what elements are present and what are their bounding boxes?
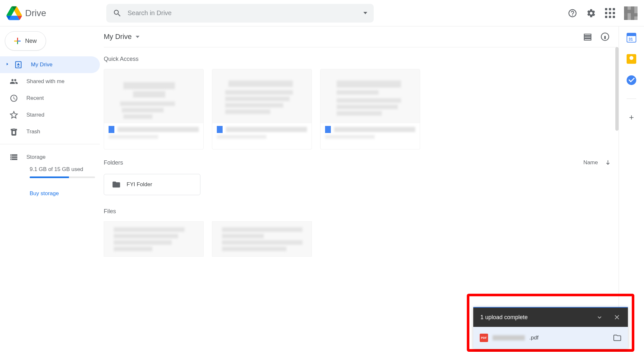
- uploaded-filename-redacted: [493, 335, 525, 340]
- nav-my-drive[interactable]: My Drive: [0, 56, 100, 73]
- nav-label: Starred: [26, 112, 44, 118]
- upload-toast: 1 upload complete PDF .pdf: [473, 307, 628, 349]
- search-icon: [113, 9, 122, 18]
- nav-shared-with-me[interactable]: Shared with me: [0, 73, 100, 90]
- help-icon[interactable]: [568, 8, 577, 18]
- storage-icon: [10, 153, 18, 161]
- new-button-label: New: [25, 38, 37, 44]
- upload-toast-header: 1 upload complete: [473, 308, 628, 327]
- add-addon-button[interactable]: +: [629, 112, 634, 122]
- folders-title: Folders: [104, 159, 123, 166]
- quick-access-card[interactable]: [212, 69, 312, 149]
- storage-progress-bar: [30, 176, 95, 178]
- nav-label: Shared with me: [26, 78, 64, 85]
- file-card[interactable]: [212, 221, 312, 257]
- nav-label: Recent: [26, 95, 44, 101]
- docs-icon: [325, 126, 331, 133]
- pdf-icon: PDF: [480, 334, 488, 342]
- breadcrumb-my-drive[interactable]: My Drive: [104, 33, 139, 41]
- files-title: Files: [104, 208, 611, 215]
- nav-starred[interactable]: Starred: [0, 107, 100, 123]
- buy-storage-link[interactable]: Buy storage: [0, 190, 100, 197]
- google-apps-icon[interactable]: [605, 8, 615, 18]
- app-name: Drive: [25, 8, 46, 18]
- nav-trash[interactable]: Trash: [0, 123, 100, 140]
- upload-status-text: 1 upload complete: [480, 314, 528, 321]
- file-extension: .pdf: [529, 335, 538, 341]
- people-icon: [10, 77, 18, 86]
- storage-used-text: 9.1 GB of 15 GB used: [0, 166, 100, 173]
- logo-area[interactable]: Drive: [6, 6, 106, 20]
- search-bar[interactable]: [106, 4, 374, 23]
- nav-list: My Drive Shared with me Recent Starred T…: [0, 56, 100, 140]
- search-options-dropdown-icon[interactable]: [363, 12, 367, 14]
- main-header: My Drive: [100, 26, 619, 47]
- settings-gear-icon[interactable]: [586, 8, 596, 18]
- new-button[interactable]: New: [5, 31, 46, 51]
- folders-header: Folders Name: [104, 159, 611, 166]
- quick-access-card[interactable]: [320, 69, 420, 149]
- folder-icon: [112, 180, 121, 189]
- folder-name: FYI Folder: [127, 181, 152, 188]
- storage-label: Storage: [26, 154, 46, 160]
- sort-by-name[interactable]: Name: [583, 159, 611, 166]
- quick-access-row: [104, 69, 611, 149]
- content-scroll[interactable]: Quick Access: [100, 47, 619, 352]
- plus-icon: [14, 38, 21, 44]
- star-icon: [10, 111, 18, 119]
- app-header: Drive: [0, 0, 644, 26]
- quick-access-title: Quick Access: [104, 56, 611, 62]
- info-icon[interactable]: [601, 32, 610, 41]
- quick-access-card[interactable]: [104, 69, 204, 149]
- folder-item[interactable]: FYI Folder: [104, 174, 200, 195]
- tasks-app-icon[interactable]: [627, 75, 636, 85]
- clock-icon: [10, 94, 18, 102]
- trash-icon: [10, 128, 18, 136]
- breadcrumb-label: My Drive: [104, 33, 132, 41]
- locate-folder-icon[interactable]: [613, 334, 621, 342]
- divider: [627, 99, 636, 99]
- nav-recent[interactable]: Recent: [0, 90, 100, 107]
- scrollbar-thumb[interactable]: [615, 47, 619, 131]
- nav-label: Trash: [26, 128, 40, 135]
- sort-label: Name: [583, 159, 598, 166]
- search-input[interactable]: [128, 9, 363, 17]
- storage-section: Storage 9.1 GB of 15 GB used Buy storage: [0, 144, 100, 197]
- main-content: My Drive Quick Access: [100, 26, 619, 352]
- file-card[interactable]: [104, 221, 204, 257]
- minimize-chevron-icon[interactable]: [596, 313, 603, 321]
- drive-icon: [14, 61, 23, 69]
- arrow-down-icon: [604, 159, 611, 166]
- sidebar: New My Drive Shared with me Recent Starr…: [0, 26, 100, 352]
- account-avatar[interactable]: [624, 6, 638, 20]
- list-view-icon[interactable]: [583, 32, 592, 41]
- close-icon[interactable]: [613, 313, 621, 321]
- keep-app-icon[interactable]: [627, 54, 636, 64]
- nav-label: My Drive: [31, 62, 53, 68]
- nav-storage[interactable]: Storage: [0, 149, 100, 165]
- calendar-app-icon[interactable]: [627, 33, 636, 43]
- expand-chevron-icon[interactable]: [5, 62, 9, 68]
- header-actions: [552, 6, 638, 20]
- dropdown-arrow-icon: [136, 36, 139, 38]
- drive-logo-icon: [6, 6, 22, 20]
- upload-toast-item[interactable]: PDF .pdf: [473, 327, 628, 349]
- docs-icon: [109, 126, 114, 133]
- side-panel: +: [619, 26, 644, 352]
- docs-icon: [217, 126, 223, 133]
